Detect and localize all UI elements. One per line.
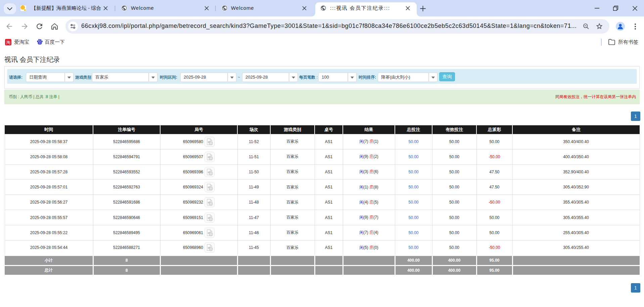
svg-text:淘: 淘 [6, 40, 10, 45]
svg-text:du: du [39, 42, 41, 44]
